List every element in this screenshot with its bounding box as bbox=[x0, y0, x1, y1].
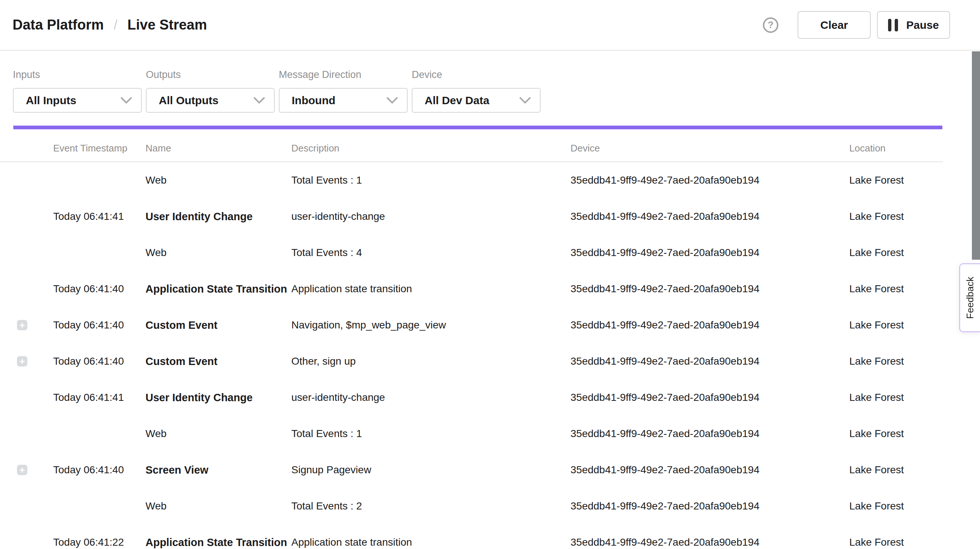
event-description: Application state transition bbox=[291, 536, 571, 548]
event-timestamp: Today 06:41:41 bbox=[53, 392, 145, 404]
filter-bar: Inputs All Inputs Outputs All Outputs Me… bbox=[0, 51, 980, 113]
breadcrumb-root[interactable]: Data Platform bbox=[13, 17, 104, 33]
event-location: Lake Forest bbox=[849, 247, 980, 259]
event-timestamp: Today 06:41:22 bbox=[53, 536, 145, 548]
table-row: WebTotal Events : 435eddb41-9ff9-49e2-7a… bbox=[0, 235, 980, 271]
column-header-name: Name bbox=[145, 143, 291, 154]
event-location: Lake Forest bbox=[849, 174, 980, 186]
event-name: Web bbox=[145, 247, 291, 259]
filter-device: Device All Dev Data bbox=[412, 69, 541, 113]
event-name: Web bbox=[145, 500, 291, 512]
message-direction-select-value: Inbound bbox=[292, 94, 335, 107]
event-device: 35eddb41-9ff9-49e2-7aed-20afa90eb194 bbox=[571, 174, 849, 186]
event-description: user-identity-change bbox=[291, 392, 571, 404]
events-table: Event Timestamp Name Description Device … bbox=[0, 129, 980, 549]
pause-button-label: Pause bbox=[906, 19, 939, 31]
clear-button[interactable]: Clear bbox=[798, 11, 871, 39]
page-header: Data Platform / Live Stream ? Clear Paus… bbox=[0, 0, 980, 51]
breadcrumb-separator: / bbox=[114, 18, 118, 33]
event-device: 35eddb41-9ff9-49e2-7aed-20afa90eb194 bbox=[571, 319, 849, 331]
event-name: Screen View bbox=[145, 464, 291, 476]
event-timestamp: Today 06:41:41 bbox=[53, 211, 145, 222]
event-name: User Identity Change bbox=[145, 211, 291, 223]
event-timestamp: Today 06:41:40 bbox=[53, 319, 145, 331]
filter-inputs: Inputs All Inputs bbox=[13, 69, 142, 113]
table-row: Today 06:41:22Application State Transiti… bbox=[0, 524, 980, 549]
inputs-select-value: All Inputs bbox=[26, 94, 76, 107]
event-device: 35eddb41-9ff9-49e2-7aed-20afa90eb194 bbox=[571, 428, 849, 440]
chevron-down-icon bbox=[386, 97, 398, 104]
table-body: WebTotal Events : 135eddb41-9ff9-49e2-7a… bbox=[0, 162, 980, 549]
scrollbar-thumb[interactable] bbox=[972, 51, 980, 260]
event-location: Lake Forest bbox=[849, 356, 980, 367]
expand-icon[interactable]: + bbox=[17, 320, 27, 330]
filter-label: Outputs bbox=[146, 69, 275, 81]
question-mark-glyph: ? bbox=[768, 19, 773, 31]
pause-icon bbox=[888, 19, 898, 31]
filter-label: Message Direction bbox=[279, 69, 408, 81]
event-location: Lake Forest bbox=[849, 392, 980, 404]
chevron-down-icon bbox=[519, 97, 531, 104]
event-description: Total Events : 1 bbox=[291, 174, 571, 186]
event-location: Lake Forest bbox=[849, 536, 980, 548]
event-name: Custom Event bbox=[145, 319, 291, 331]
accent-divider bbox=[13, 126, 942, 129]
event-description: user-identity-change bbox=[291, 211, 571, 222]
device-select-value: All Dev Data bbox=[425, 94, 489, 107]
chevron-down-icon bbox=[253, 97, 265, 104]
event-location: Lake Forest bbox=[849, 500, 980, 512]
event-device: 35eddb41-9ff9-49e2-7aed-20afa90eb194 bbox=[571, 283, 849, 295]
event-name: Web bbox=[145, 174, 291, 186]
event-location: Lake Forest bbox=[849, 211, 980, 222]
filter-label: Inputs bbox=[13, 69, 142, 81]
outputs-select-value: All Outputs bbox=[159, 94, 219, 107]
column-header-description: Description bbox=[291, 143, 571, 154]
pause-button[interactable]: Pause bbox=[877, 11, 950, 39]
event-device: 35eddb41-9ff9-49e2-7aed-20afa90eb194 bbox=[571, 500, 849, 512]
event-description: Total Events : 2 bbox=[291, 500, 571, 512]
inputs-select[interactable]: All Inputs bbox=[13, 88, 142, 113]
event-name: User Identity Change bbox=[145, 392, 291, 404]
page-title: Live Stream bbox=[127, 17, 207, 33]
event-timestamp: Today 06:41:40 bbox=[53, 283, 145, 295]
table-row: WebTotal Events : 135eddb41-9ff9-49e2-7a… bbox=[0, 416, 980, 452]
event-location: Lake Forest bbox=[849, 464, 980, 476]
table-row: Today 06:41:41User Identity Changeuser-i… bbox=[0, 380, 980, 416]
event-description: Signup Pageview bbox=[291, 464, 571, 476]
table-header-row: Event Timestamp Name Description Device … bbox=[0, 129, 943, 162]
help-icon[interactable]: ? bbox=[763, 18, 778, 33]
event-device: 35eddb41-9ff9-49e2-7aed-20afa90eb194 bbox=[571, 211, 849, 222]
table-row: Today 06:41:40Application State Transiti… bbox=[0, 271, 980, 307]
table-row: +Today 06:41:40Custom EventNavigation, $… bbox=[0, 307, 980, 343]
filter-outputs: Outputs All Outputs bbox=[146, 69, 275, 113]
column-header-location: Location bbox=[849, 143, 943, 154]
device-select[interactable]: All Dev Data bbox=[412, 88, 541, 113]
table-row: Today 06:41:41User Identity Changeuser-i… bbox=[0, 198, 980, 235]
breadcrumb: Data Platform / Live Stream bbox=[13, 17, 207, 33]
event-description: Other, sign up bbox=[291, 356, 571, 367]
event-device: 35eddb41-9ff9-49e2-7aed-20afa90eb194 bbox=[571, 536, 849, 548]
event-timestamp: Today 06:41:40 bbox=[53, 356, 145, 367]
event-device: 35eddb41-9ff9-49e2-7aed-20afa90eb194 bbox=[571, 392, 849, 404]
feedback-tab[interactable]: Feedback bbox=[959, 263, 980, 332]
event-description: Total Events : 4 bbox=[291, 247, 571, 259]
outputs-select[interactable]: All Outputs bbox=[146, 88, 275, 113]
column-header-timestamp: Event Timestamp bbox=[53, 143, 145, 154]
event-device: 35eddb41-9ff9-49e2-7aed-20afa90eb194 bbox=[571, 464, 849, 476]
column-header-device: Device bbox=[571, 143, 849, 154]
expand-icon[interactable]: + bbox=[17, 356, 27, 367]
event-description: Application state transition bbox=[291, 283, 571, 295]
message-direction-select[interactable]: Inbound bbox=[279, 88, 408, 113]
table-row: +Today 06:41:40Screen ViewSignup Pagevie… bbox=[0, 452, 980, 488]
expand-icon[interactable]: + bbox=[17, 465, 27, 475]
event-description: Navigation, $mp_web_page_view bbox=[291, 319, 571, 331]
event-name: Custom Event bbox=[145, 356, 291, 368]
event-name: Web bbox=[145, 428, 291, 440]
chevron-down-icon bbox=[120, 97, 132, 104]
filter-label: Device bbox=[412, 69, 541, 81]
event-name: Application State Transition bbox=[145, 283, 291, 295]
table-row: WebTotal Events : 135eddb41-9ff9-49e2-7a… bbox=[0, 162, 980, 198]
clear-button-label: Clear bbox=[820, 19, 848, 31]
event-device: 35eddb41-9ff9-49e2-7aed-20afa90eb194 bbox=[571, 356, 849, 367]
event-description: Total Events : 1 bbox=[291, 428, 571, 440]
